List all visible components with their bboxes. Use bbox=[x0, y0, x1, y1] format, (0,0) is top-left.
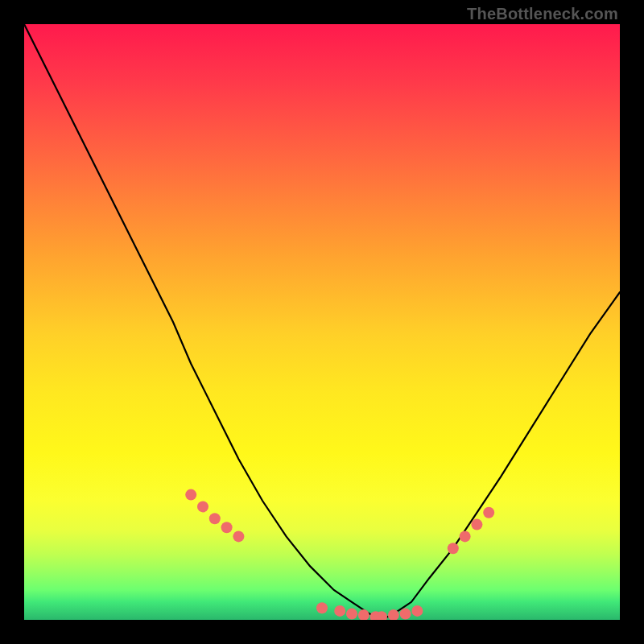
marker-dot bbox=[483, 507, 494, 518]
marker-dot bbox=[233, 530, 244, 542]
marker-dot bbox=[411, 605, 423, 617]
marker-dot bbox=[185, 489, 196, 501]
marker-dot bbox=[400, 609, 411, 620]
marker-dot bbox=[358, 609, 369, 620]
curve-svg bbox=[24, 24, 620, 620]
marker-dot bbox=[209, 513, 221, 524]
marker-dot bbox=[460, 530, 471, 542]
chart-frame: TheBottleneck.com bbox=[0, 0, 644, 644]
marker-dot bbox=[197, 501, 208, 512]
marker-dot bbox=[448, 543, 459, 554]
marker-dot bbox=[334, 605, 345, 617]
marker-dot bbox=[316, 602, 328, 613]
marker-dot bbox=[346, 609, 357, 620]
attribution-text: TheBottleneck.com bbox=[467, 5, 618, 23]
bottleneck-curve-path bbox=[24, 24, 620, 620]
marker-dot bbox=[471, 519, 482, 530]
plot-area bbox=[24, 24, 620, 620]
marker-dot bbox=[221, 522, 233, 533]
